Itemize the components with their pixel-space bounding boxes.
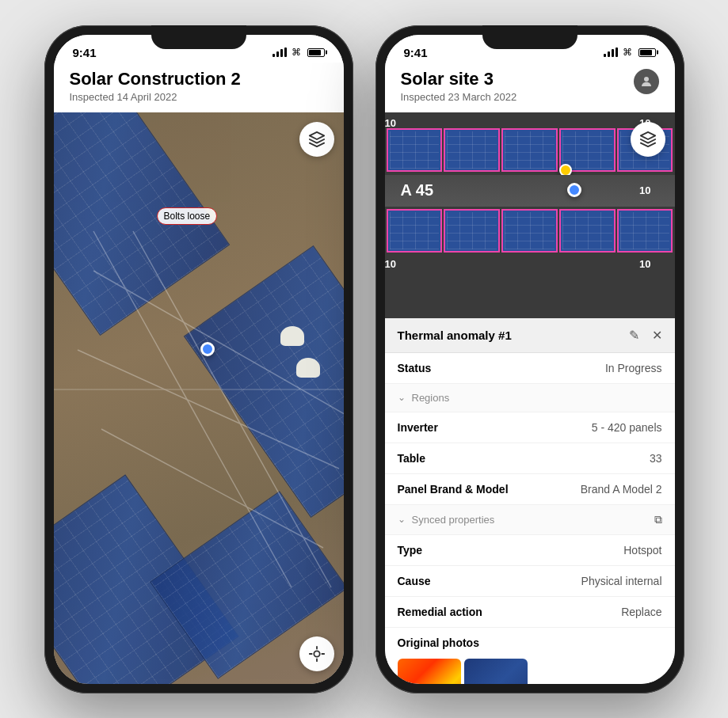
avatar-button[interactable] <box>634 69 659 94</box>
photos-row <box>385 652 675 684</box>
right-phone: 9:41 ⌘ Solar site 3 <box>375 25 684 693</box>
right-map[interactable]: 10 10 A 45 10 <box>385 112 675 318</box>
battery-icon <box>307 48 325 57</box>
location-icon <box>308 645 326 663</box>
anomaly-title: Thermal anomaly #1 <box>398 329 512 342</box>
synced-chevron: ⌄ <box>398 514 406 525</box>
synced-label: Synced properties <box>412 514 495 526</box>
external-link-icon[interactable]: ⧉ <box>654 513 662 526</box>
type-value: Hotspot <box>623 544 661 557</box>
left-map[interactable]: Bolts loose <box>54 112 344 684</box>
blue-location-dot <box>200 342 215 356</box>
panel-cell <box>444 128 500 172</box>
synced-section[interactable]: ⌄ Synced properties ⧉ <box>385 505 675 535</box>
inverter-label: Inverter <box>398 421 438 434</box>
status-value: In Progress <box>605 362 662 374</box>
blue-dot-map <box>567 183 581 197</box>
right-subtitle: Inspected 23 March 2022 <box>401 91 517 103</box>
right-status-time: 9:41 <box>404 46 428 59</box>
left-phone: 9:41 ⌘ Solar Construction 2 <box>44 25 353 693</box>
left-screen: 9:41 ⌘ Solar Construction 2 <box>54 35 344 684</box>
remedial-label: Remedial action <box>398 606 482 618</box>
measure-10-bl: 10 <box>385 258 396 270</box>
panel-row-2 <box>385 209 675 253</box>
left-header: Solar Construction 2 Inspected 14 April … <box>54 63 344 112</box>
photos-label: Original photos <box>398 636 479 649</box>
remedial-row: Remedial action Replace <box>385 597 675 628</box>
svg-point-7 <box>644 77 649 82</box>
panel-cell-b <box>444 209 500 253</box>
edit-button[interactable]: ✎ <box>629 328 639 343</box>
layer-button[interactable] <box>299 122 334 157</box>
right-screen: 9:41 ⌘ Solar site 3 <box>385 35 675 684</box>
svg-line-2 <box>93 271 344 429</box>
close-button[interactable]: ✕ <box>652 328 662 343</box>
right-notch <box>482 25 577 49</box>
type-label: Type <box>398 544 423 557</box>
panel-cell-b <box>559 209 616 253</box>
panel-brand-value: Brand A Model 2 <box>581 483 662 496</box>
detail-action-buttons: ✎ ✕ <box>629 328 662 343</box>
tent-2 <box>296 358 320 378</box>
location-button[interactable] <box>299 636 334 671</box>
right-header: Solar site 3 Inspected 23 March 2022 <box>385 63 675 112</box>
avatar-icon <box>639 74 654 89</box>
left-subtitle: Inspected 14 April 2022 <box>70 91 328 103</box>
left-status-icons: ⌘ <box>273 47 325 58</box>
svg-line-0 <box>93 231 292 587</box>
regions-chevron: ⌄ <box>398 392 406 403</box>
detail-header: Thermal anomaly #1 ✎ ✕ <box>385 318 675 353</box>
panel-brand-label: Panel Brand & Model <box>398 483 509 496</box>
status-row: Status In Progress <box>385 353 675 384</box>
panel-photo-thumb[interactable] <box>464 659 528 684</box>
panel-rows-bottom: 10 10 <box>385 209 675 253</box>
left-notch <box>151 25 246 49</box>
scaffold-overlay <box>54 112 344 684</box>
measure-10-br: 10 <box>639 258 650 270</box>
status-label: Status <box>398 362 432 374</box>
table-label: Table <box>398 452 426 465</box>
bolts-loose-label: Bolts loose <box>157 207 218 225</box>
signal-icon <box>273 47 287 57</box>
thermal-image <box>398 659 461 684</box>
regions-section[interactable]: ⌄ Regions <box>385 384 675 412</box>
gap-area: A 45 10 <box>385 175 675 207</box>
panel-cell-b <box>501 209 558 253</box>
thermal-photo-thumb[interactable] <box>398 659 461 684</box>
measure-10-tl: 10 <box>385 117 396 129</box>
regions-label: Regions <box>412 392 450 404</box>
panel-cell-b <box>387 209 443 253</box>
table-value: 33 <box>650 452 662 465</box>
photos-header-row: Original photos <box>385 628 675 652</box>
right-signal-icon <box>604 47 618 57</box>
right-battery-icon <box>638 48 656 57</box>
cause-label: Cause <box>398 575 431 587</box>
panel-image <box>464 659 528 684</box>
type-row: Type Hotspot <box>385 535 675 566</box>
map-sector-label: A 45 <box>401 181 434 199</box>
right-header-text: Solar site 3 Inspected 23 March 2022 <box>401 69 517 103</box>
left-status-time: 9:41 <box>73 46 97 59</box>
cause-value: Physical internal <box>581 575 662 587</box>
right-layer-button[interactable] <box>631 122 665 157</box>
measure-10-right: 10 <box>639 184 650 196</box>
right-status-icons: ⌘ <box>604 47 656 58</box>
panel-cell <box>387 128 443 172</box>
detail-panel: Thermal anomaly #1 ✎ ✕ Status In Progres… <box>385 318 675 684</box>
panel-cell <box>501 128 558 172</box>
remedial-value: Replace <box>621 606 661 618</box>
right-layer-icon <box>639 131 657 148</box>
tent-1 <box>280 326 304 346</box>
left-title: Solar Construction 2 <box>70 69 328 89</box>
inverter-row: Inverter 5 - 420 panels <box>385 412 675 443</box>
scene: 9:41 ⌘ Solar Construction 2 <box>29 9 700 709</box>
panel-brand-row: Panel Brand & Model Brand A Model 2 <box>385 474 675 505</box>
right-title: Solar site 3 <box>401 69 517 89</box>
inverter-value: 5 - 420 panels <box>592 421 662 434</box>
panel-cell-b <box>617 209 673 253</box>
layer-icon <box>308 131 326 148</box>
wifi-icon: ⌘ <box>292 47 301 58</box>
right-wifi-icon: ⌘ <box>623 47 632 58</box>
svg-line-1 <box>133 231 331 587</box>
cause-row: Cause Physical internal <box>385 566 675 597</box>
